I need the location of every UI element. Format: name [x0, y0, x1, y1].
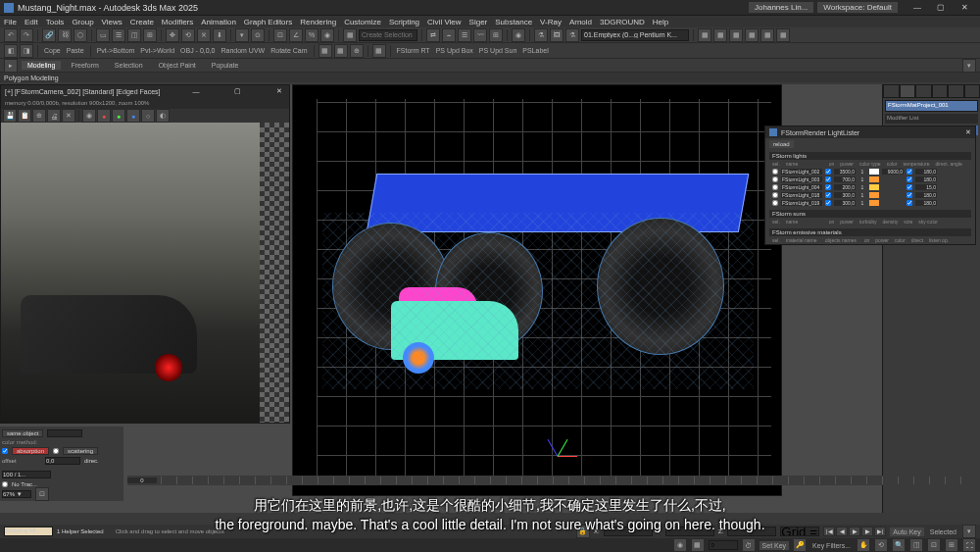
rotate-icon[interactable]: ⟲ — [181, 28, 195, 42]
tb2-h1[interactable]: ▦ — [372, 44, 386, 58]
menu-rendering[interactable]: Rendering — [300, 18, 336, 26]
prev-frame-icon[interactable]: ◀ — [836, 527, 848, 536]
link-icon[interactable]: 🔗 — [42, 28, 56, 42]
object-name-field[interactable]: FStormMatProject_001 — [885, 100, 978, 112]
material-editor-icon[interactable]: ◉ — [512, 28, 525, 42]
ribbon-tab-populate[interactable]: Populate — [206, 61, 245, 70]
menu-modifiers[interactable]: Modifiers — [162, 18, 193, 26]
light-on-checkbox[interactable] — [825, 200, 831, 206]
light-direct-checkbox[interactable] — [906, 176, 912, 182]
layer-icon[interactable]: ☰ — [458, 28, 471, 42]
render-window-titlebar[interactable]: [+] [FStormCamera_002] [Standard] [Edged… — [1, 85, 289, 97]
x-coord-field[interactable] — [604, 527, 653, 536]
light-on-checkbox[interactable] — [825, 184, 831, 190]
tb2-2[interactable]: ◨ — [20, 44, 33, 58]
scattering-button[interactable]: scattering — [63, 447, 98, 455]
menu-civilview[interactable]: Civil View — [427, 18, 462, 26]
timeline-ruler[interactable] — [161, 477, 976, 484]
render-min-icon[interactable]: — — [189, 88, 202, 95]
light-name-field[interactable]: FStormLight_003 — [781, 176, 822, 182]
percent-field[interactable]: 67% ▼ — [2, 490, 31, 498]
light-lister-titlebar[interactable]: FStormRender LightLister ✕ — [765, 126, 975, 138]
render-mono-icon[interactable]: ◐ — [156, 109, 170, 123]
y-coord-field[interactable] — [665, 527, 714, 536]
select-icon[interactable]: ▭ — [96, 28, 110, 42]
nav-min-max-icon[interactable]: ⛶ — [962, 538, 976, 552]
modifier-list-dropdown[interactable]: Modifier List — [885, 114, 978, 124]
light-sel-checkbox[interactable] — [772, 169, 778, 175]
render-clear-icon[interactable]: ✕ — [62, 109, 75, 123]
tb-a4[interactable]: ▦ — [745, 28, 759, 42]
ps-upd-sun-button[interactable]: PS Upd Sun — [477, 47, 519, 54]
xref-icon[interactable]: ▦ — [691, 538, 705, 552]
render-setup-icon[interactable]: ⚗ — [534, 28, 548, 42]
z-coord-field[interactable] — [727, 527, 776, 536]
render-rgb-icon[interactable]: ◉ — [82, 109, 96, 123]
tab-motion-icon[interactable] — [932, 84, 949, 98]
render-icon[interactable]: ⚗ — [565, 28, 579, 42]
ps-upd-box-button[interactable]: PS Upd Box — [434, 47, 475, 54]
light-direct-checkbox[interactable] — [906, 192, 912, 198]
selected-label[interactable]: Selected — [928, 528, 958, 535]
autokey-button[interactable]: Auto Key — [890, 527, 923, 536]
render-preview-window[interactable]: [+] [FStormCamera_002] [Standard] [Edged… — [0, 84, 290, 424]
menu-file[interactable]: File — [4, 18, 17, 26]
menu-group[interactable]: Group — [72, 18, 93, 26]
isolate-icon[interactable]: ◉ — [673, 538, 687, 552]
absorption-button[interactable]: absorption — [12, 447, 49, 455]
light-sel-checkbox[interactable] — [772, 176, 778, 182]
light-on-checkbox[interactable] — [825, 192, 831, 198]
light-color-swatch[interactable] — [869, 169, 879, 175]
menu-views[interactable]: Views — [102, 18, 122, 26]
bind-icon[interactable]: ⬡ — [74, 28, 87, 42]
select-region-icon[interactable]: ◫ — [127, 28, 141, 42]
snap-set-icon[interactable]: ⊡ — [35, 487, 49, 501]
tab-hierarchy-icon[interactable] — [915, 84, 932, 98]
light-power-field[interactable]: 200,0 — [834, 184, 856, 190]
tb2-1[interactable]: ◧ — [4, 44, 18, 58]
key-icon[interactable]: 🔑 — [793, 538, 807, 552]
nav-zoomall-icon[interactable]: ⊞ — [945, 538, 958, 552]
light-angle-field[interactable]: 15,0 — [915, 184, 937, 190]
absorption-checkbox[interactable] — [2, 448, 8, 454]
ribbon-min-icon[interactable]: ▾ — [962, 59, 976, 73]
tab-create-icon[interactable] — [883, 84, 900, 98]
frame-indicator[interactable]: 0 — [127, 477, 157, 483]
nav-orbit-icon[interactable]: ⟲ — [874, 538, 888, 552]
tb2-g3[interactable]: ⊕ — [350, 44, 364, 58]
undo-icon[interactable]: ↶ — [4, 28, 18, 42]
scale-icon[interactable]: ⤧ — [197, 28, 211, 42]
tb-a5[interactable]: ▦ — [760, 28, 774, 42]
spinner-snap-icon[interactable]: ◉ — [320, 28, 334, 42]
render-close-icon[interactable]: ✕ — [273, 87, 285, 95]
tab-display-icon[interactable] — [948, 84, 964, 98]
obj-000-button[interactable]: OBJ - 0,0,0 — [178, 47, 217, 54]
pvt-world-button[interactable]: Pvt->World — [138, 47, 176, 54]
perspective-viewport[interactable] — [292, 84, 782, 496]
menu-siger[interactable]: Siger — [469, 18, 488, 26]
nav-zoom-icon[interactable]: 🔍 — [892, 538, 906, 552]
menu-scripting[interactable]: Scripting — [389, 18, 419, 26]
menu-grapheditors[interactable]: Graph Editors — [244, 18, 292, 26]
keymode-icon[interactable]: ▾ — [962, 525, 976, 538]
emissive-section-header[interactable]: FStorm emissive materials — [769, 228, 971, 236]
light-direct-checkbox[interactable] — [906, 184, 912, 190]
menu-edit[interactable]: Edit — [24, 18, 38, 26]
lock-icon[interactable]: 🔒 — [576, 525, 590, 538]
tb-a1[interactable]: ▦ — [698, 28, 711, 42]
goto-start-icon[interactable]: |◀ — [823, 527, 835, 536]
render-save-icon[interactable]: 💾 — [3, 109, 17, 123]
render-image-viewport[interactable] — [1, 123, 289, 423]
menu-create[interactable]: Create — [130, 18, 154, 26]
angle-snap-icon[interactable]: ∠ — [289, 28, 303, 42]
curve-editor-icon[interactable]: 〰 — [473, 28, 487, 42]
random-uvw-button[interactable]: Random UVW — [219, 47, 267, 54]
rotate-cam-button[interactable]: Rotate Cam — [269, 47, 309, 54]
current-frame-field[interactable] — [709, 540, 738, 550]
move-icon[interactable]: ✥ — [166, 28, 179, 42]
redo-icon[interactable]: ↷ — [20, 28, 33, 42]
light-power-field[interactable]: 3500,0 — [834, 169, 856, 175]
light-temp-field[interactable]: 9000,0 — [882, 169, 904, 175]
align-icon[interactable]: ⫠ — [442, 28, 456, 42]
setkey-button[interactable]: Set Key — [760, 541, 790, 550]
